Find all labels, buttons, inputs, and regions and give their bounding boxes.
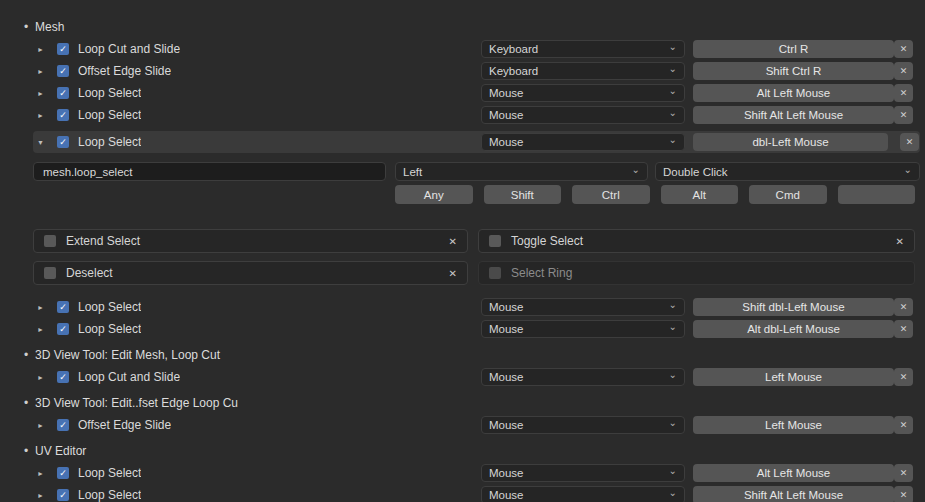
remove-keymap-button[interactable]: ✕: [894, 84, 913, 102]
collapse-arrow-icon[interactable]: ▼: [37, 139, 52, 146]
map-type-dropdown[interactable]: Mouse ⌄: [481, 84, 685, 102]
remove-keymap-button[interactable]: ✕: [894, 62, 913, 80]
key-binding-button[interactable]: Shift Ctrl R: [693, 62, 894, 80]
map-type-dropdown[interactable]: Mouse ⌄: [481, 320, 685, 338]
option-checkbox[interactable]: [489, 235, 501, 247]
category-label: 3D View Tool: Edit..fset Edge Loop Cu: [35, 396, 238, 410]
expand-arrow-icon[interactable]: ►: [37, 90, 52, 97]
expand-arrow-icon[interactable]: ►: [37, 470, 52, 477]
key-binding-button[interactable]: Alt Left Mouse: [693, 84, 894, 102]
chevron-down-icon: ⌄: [669, 488, 677, 498]
remove-keymap-button[interactable]: ✕: [894, 416, 913, 434]
keymap-item-label: Loop Select: [78, 135, 141, 149]
keymap-item-label: Offset Edge Slide: [78, 418, 171, 432]
map-type-value: Mouse: [489, 109, 669, 121]
expand-arrow-icon[interactable]: ►: [37, 112, 52, 119]
key-binding-button[interactable]: dbl-Left Mouse: [693, 133, 888, 151]
map-type-dropdown[interactable]: Keyboard ⌄: [481, 40, 685, 58]
map-type-dropdown[interactable]: Mouse ⌄: [481, 133, 685, 151]
expand-arrow-icon[interactable]: ►: [37, 374, 52, 381]
chevron-down-icon: ⌄: [669, 370, 677, 380]
category-header-tool-loop-cut[interactable]: • 3D View Tool: Edit Mesh, Loop Cut: [24, 344, 925, 366]
key-binding-button[interactable]: Left Mouse: [693, 368, 894, 386]
key-type-dropdown[interactable]: Left ⌄: [395, 162, 648, 181]
category-label: UV Editor: [35, 444, 86, 458]
modifier-alt-button[interactable]: Alt: [661, 185, 739, 204]
remove-keymap-button[interactable]: ✕: [894, 486, 913, 502]
clear-option-icon[interactable]: ✕: [449, 236, 457, 247]
expand-arrow-icon[interactable]: ►: [37, 304, 52, 311]
keymap-row: ► ✓ Offset Edge Slide Keyboard ⌄ Shift C…: [33, 60, 920, 82]
expand-arrow-icon[interactable]: ►: [37, 326, 52, 333]
active-checkbox[interactable]: ✓: [57, 489, 69, 501]
keymap-row: ► ✓ Loop Cut and Slide Keyboard ⌄ Ctrl R…: [33, 38, 920, 60]
keymap-row-left: ► ✓ Offset Edge Slide: [33, 64, 481, 78]
modifier-any-button[interactable]: Any: [395, 185, 473, 204]
map-type-value: Mouse: [489, 419, 669, 431]
remove-keymap-button[interactable]: ✕: [894, 464, 913, 482]
modifier-shift-button[interactable]: Shift: [484, 185, 562, 204]
active-checkbox[interactable]: ✓: [57, 65, 69, 77]
keymap-row: ► ✓ Loop Select Mouse ⌄ Shift Alt Left M…: [33, 104, 920, 126]
keymap-row: ► ✓ Loop Select Mouse ⌄ Alt Left Mouse ✕: [33, 82, 920, 104]
modifier-cmd-button[interactable]: Cmd: [749, 185, 827, 204]
event-value-dropdown[interactable]: Double Click ⌄: [655, 162, 920, 181]
key-binding-button[interactable]: Alt Left Mouse: [693, 464, 894, 482]
keymap-row: ► ✓ Loop Select Mouse ⌄ Shift dbl-Left M…: [33, 296, 920, 318]
remove-keymap-button[interactable]: ✕: [894, 298, 913, 316]
active-checkbox[interactable]: ✓: [57, 136, 69, 148]
active-checkbox[interactable]: ✓: [57, 419, 69, 431]
active-checkbox[interactable]: ✓: [57, 43, 69, 55]
map-type-value: Mouse: [489, 323, 669, 335]
active-checkbox[interactable]: ✓: [57, 323, 69, 335]
keymap-row-left: ► ✓ Offset Edge Slide: [33, 418, 481, 432]
remove-keymap-button[interactable]: ✕: [900, 133, 919, 151]
option-checkbox[interactable]: [44, 235, 56, 247]
map-type-dropdown[interactable]: Mouse ⌄: [481, 106, 685, 124]
clear-option-icon[interactable]: ✕: [449, 268, 457, 279]
option-checkbox[interactable]: [44, 267, 56, 279]
expand-arrow-icon[interactable]: ►: [37, 46, 52, 53]
map-type-dropdown[interactable]: Mouse ⌄: [481, 298, 685, 316]
option-label: Extend Select: [66, 234, 449, 248]
chevron-down-icon: ⌄: [669, 322, 677, 332]
map-type-dropdown[interactable]: Mouse ⌄: [481, 416, 685, 434]
key-binding-button[interactable]: Alt dbl-Left Mouse: [693, 320, 894, 338]
active-checkbox[interactable]: ✓: [57, 301, 69, 313]
option-label: Toggle Select: [511, 234, 896, 248]
remove-keymap-button[interactable]: ✕: [894, 106, 913, 124]
modifier-blank-button[interactable]: [838, 185, 916, 204]
map-type-dropdown[interactable]: Mouse ⌄: [481, 464, 685, 482]
remove-keymap-button[interactable]: ✕: [894, 40, 913, 58]
active-checkbox[interactable]: ✓: [57, 87, 69, 99]
category-header-tool-offset-edge[interactable]: • 3D View Tool: Edit..fset Edge Loop Cu: [24, 392, 925, 414]
expand-arrow-icon[interactable]: ►: [37, 422, 52, 429]
map-type-dropdown[interactable]: Mouse ⌄: [481, 486, 685, 502]
remove-keymap-button[interactable]: ✕: [894, 320, 913, 338]
chevron-down-icon: ⌄: [632, 165, 640, 175]
map-type-dropdown[interactable]: Keyboard ⌄: [481, 62, 685, 80]
keymap-row-left: ► ✓ Loop Cut and Slide: [33, 42, 481, 56]
active-checkbox[interactable]: ✓: [57, 371, 69, 383]
keymap-item-label: Loop Select: [78, 86, 141, 100]
operator-id-input[interactable]: [33, 162, 386, 181]
chevron-down-icon: ⌄: [669, 108, 677, 118]
remove-keymap-button[interactable]: ✕: [894, 368, 913, 386]
chevron-down-icon: ⌄: [669, 418, 677, 428]
key-binding-button[interactable]: Shift Alt Left Mouse: [693, 486, 894, 502]
expand-arrow-icon[interactable]: ►: [37, 68, 52, 75]
keymap-row: ► ✓ Loop Select Mouse ⌄ Alt Left Mouse ✕: [33, 462, 920, 484]
map-type-dropdown[interactable]: Mouse ⌄: [481, 368, 685, 386]
active-checkbox[interactable]: ✓: [57, 467, 69, 479]
key-binding-button[interactable]: Shift Alt Left Mouse: [693, 106, 894, 124]
key-binding-button[interactable]: Shift dbl-Left Mouse: [693, 298, 894, 316]
category-header-mesh[interactable]: • Mesh: [24, 16, 925, 38]
clear-option-icon[interactable]: ✕: [896, 236, 904, 247]
key-binding-button[interactable]: Left Mouse: [693, 416, 894, 434]
expand-arrow-icon[interactable]: ►: [37, 492, 52, 499]
category-header-uv-editor[interactable]: • UV Editor: [24, 440, 925, 462]
category-label: 3D View Tool: Edit Mesh, Loop Cut: [35, 348, 220, 362]
key-binding-button[interactable]: Ctrl R: [693, 40, 894, 58]
modifier-ctrl-button[interactable]: Ctrl: [572, 185, 650, 204]
active-checkbox[interactable]: ✓: [57, 109, 69, 121]
